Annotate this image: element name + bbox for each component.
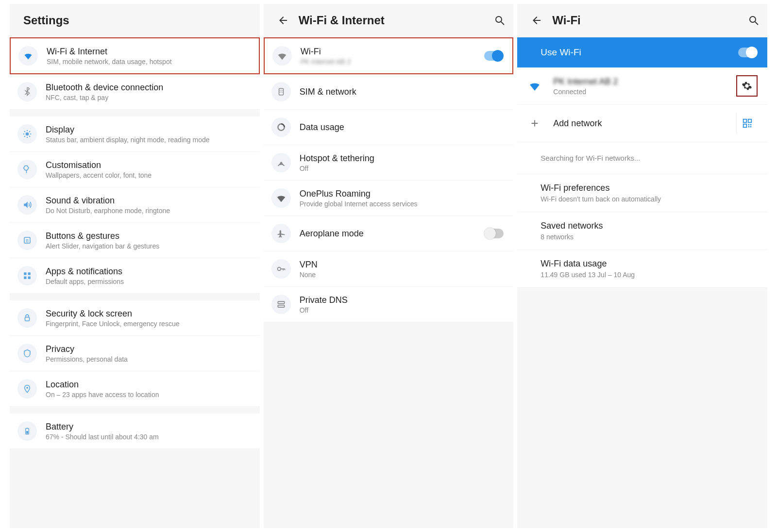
settings-item-customisation[interactable]: CustomisationWallpapers, accent color, f…: [10, 152, 260, 187]
svg-point-33: [750, 17, 756, 22]
settings-item-roaming[interactable]: OnePlus RoamingProvide global Internet a…: [264, 181, 514, 216]
aeroplane-icon: [271, 224, 291, 243]
back-icon[interactable]: [531, 15, 542, 26]
svg-point-0: [26, 133, 29, 136]
sub: SIM, mobile network, data usage, hotspot: [47, 58, 249, 66]
svg-line-21: [501, 22, 504, 25]
svg-line-8: [29, 131, 30, 132]
roaming-icon: [271, 188, 291, 208]
settings-item-location[interactable]: LocationOn – 23 apps have access to loca…: [10, 371, 260, 407]
svg-rect-32: [278, 305, 284, 307]
display-icon: [17, 124, 37, 144]
sub: Off: [300, 165, 504, 172]
use-wifi-switch[interactable]: [738, 48, 757, 57]
wifi-preferences-row[interactable]: Wi-Fi preferences Wi-Fi doesn't turn bac…: [517, 174, 767, 212]
svg-rect-35: [743, 119, 746, 123]
wifi-data-usage-row[interactable]: Wi-Fi data usage 11.49 GB used 13 Jul – …: [517, 250, 767, 288]
wifi-icon: [272, 46, 292, 66]
sub: Status bar, ambient display, night mode,…: [46, 136, 250, 144]
svg-rect-14: [28, 277, 31, 279]
sub: Do Not Disturb, earphone mode, ringtone: [46, 207, 250, 215]
search-icon[interactable]: [748, 15, 760, 26]
sim-network-icon: [271, 82, 291, 101]
use-wifi-toggle-bar[interactable]: Use Wi-Fi: [517, 37, 767, 67]
svg-text:B: B: [26, 238, 29, 243]
use-wifi-label: Use Wi-Fi: [541, 47, 729, 58]
svg-rect-15: [25, 317, 30, 321]
svg-point-16: [26, 387, 28, 389]
page-title: Settings: [23, 14, 252, 27]
settings-item-security[interactable]: Security & lock screenFingerprint, Face …: [10, 300, 260, 336]
panel-wifi: Wi-Fi Use Wi-Fi PK Internet AB 2 Connect…: [517, 4, 767, 528]
settings-item-display[interactable]: DisplayStatus bar, ambient display, nigh…: [10, 116, 260, 152]
svg-rect-18: [27, 428, 28, 428]
svg-line-7: [24, 136, 25, 137]
settings-item-sound[interactable]: Sound & vibrationDo Not Disturb, earphon…: [10, 187, 260, 223]
svg-rect-19: [26, 431, 28, 433]
svg-rect-37: [743, 124, 746, 128]
settings-item-privacy[interactable]: PrivacyPermissions, personal data: [10, 336, 260, 371]
network-status: Connected: [553, 88, 727, 96]
add-network-row[interactable]: Add network: [517, 105, 767, 142]
apps-icon: [17, 266, 37, 285]
header: Settings: [10, 4, 260, 37]
svg-rect-40: [748, 126, 749, 128]
sub: Wi-Fi doesn't turn back on automatically: [541, 195, 758, 203]
label: Aeroplane mode: [300, 229, 477, 239]
svg-point-20: [496, 17, 502, 22]
bluetooth-icon: [17, 82, 37, 101]
data-usage-icon: [271, 117, 291, 137]
settings-item-aeroplane[interactable]: Aeroplane mode: [264, 216, 514, 251]
aeroplane-switch[interactable]: [485, 229, 504, 238]
svg-rect-11: [24, 272, 26, 275]
svg-rect-13: [24, 277, 26, 279]
label: Customisation: [46, 160, 250, 170]
label: Wi-Fi preferences: [541, 183, 758, 193]
sub: None: [300, 271, 504, 279]
sub: 11.49 GB used 13 Jul – 10 Aug: [541, 271, 758, 279]
sub: Off: [300, 306, 504, 314]
wifi-switch[interactable]: [484, 51, 503, 61]
label: Wi-Fi: [301, 47, 476, 57]
header: Wi-Fi: [517, 4, 767, 37]
settings-item-bluetooth[interactable]: Bluetooth & device connectionNFC, cast, …: [10, 74, 260, 110]
searching-status: Searching for Wi-Fi networks...: [517, 142, 767, 174]
label: Sound & vibration: [46, 196, 250, 206]
settings-item-data-usage[interactable]: Data usage: [264, 110, 514, 145]
settings-item-sim-network[interactable]: SIM & network: [264, 74, 514, 110]
svg-line-6: [29, 136, 30, 137]
qr-scan-icon[interactable]: [736, 113, 758, 134]
settings-item-hotspot[interactable]: Hotspot & tetheringOff: [264, 145, 514, 181]
label: OnePlus Roaming: [300, 189, 504, 199]
label: Buttons & gestures: [46, 231, 250, 241]
settings-item-apps[interactable]: Apps & notificationsDefault apps, permis…: [10, 258, 260, 294]
label: Wi-Fi data usage: [541, 259, 758, 269]
svg-rect-36: [748, 119, 751, 123]
label: SIM & network: [300, 87, 504, 97]
svg-rect-22: [279, 88, 283, 95]
search-icon[interactable]: [494, 15, 506, 26]
plus-icon: [525, 114, 544, 133]
location-icon: [17, 379, 37, 399]
back-icon[interactable]: [277, 15, 289, 26]
svg-rect-38: [748, 124, 749, 125]
sub: Wallpapers, accent color, font, tone: [46, 171, 250, 179]
settings-item-wifi-internet[interactable]: Wi-Fi & InternetSIM, mobile network, dat…: [10, 37, 260, 74]
saved-networks-row[interactable]: Saved networks 8 networks: [517, 212, 767, 250]
sub: On – 23 apps have access to location: [46, 391, 250, 399]
settings-item-private-dns[interactable]: Private DNSOff: [264, 287, 514, 322]
label: Bluetooth & device connection: [46, 83, 250, 93]
label: Saved networks: [541, 221, 758, 231]
page-title: Wi-Fi & Internet: [299, 14, 485, 27]
settings-item-vpn[interactable]: VPNNone: [264, 251, 514, 287]
sub: Alert Slider, navigation bar & gestures: [46, 242, 250, 250]
settings-item-buttons[interactable]: BButtons & gesturesAlert Slider, navigat…: [10, 223, 260, 258]
svg-rect-41: [750, 126, 751, 128]
settings-item-battery[interactable]: Battery67% - Should last until about 4:3…: [10, 414, 260, 449]
connected-network-row[interactable]: PK Internet AB 2 Connected: [517, 67, 767, 105]
label: Privacy: [46, 344, 250, 354]
sub: PK Internet AB 2: [301, 58, 476, 66]
settings-item-wifi[interactable]: Wi-FiPK Internet AB 2: [264, 37, 514, 74]
network-settings-gear-icon[interactable]: [736, 75, 758, 97]
battery-icon: [17, 421, 37, 441]
